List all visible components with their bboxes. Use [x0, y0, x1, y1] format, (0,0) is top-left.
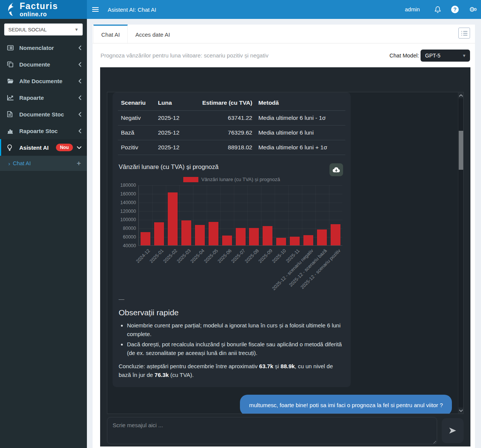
sidebar-item-nomenclator[interactable]: Nomenclator — [0, 39, 87, 56]
chart-bar — [331, 224, 340, 245]
y-axis-labels: 1800001600001400001200001000008000060000… — [119, 185, 138, 246]
chart-bar — [222, 236, 232, 245]
chart-bar — [209, 222, 218, 245]
table-cell: 2025-12 — [155, 140, 188, 155]
chart-bar — [195, 225, 205, 245]
plus-icon[interactable]: + — [77, 159, 81, 167]
chevron-left-icon — [78, 45, 82, 50]
markdown-divider: — — [119, 296, 345, 302]
table-cell: 2025-12 — [155, 126, 188, 140]
line-chart-icon — [7, 95, 15, 101]
file-icon — [7, 111, 15, 117]
chevron-left-icon — [78, 62, 82, 67]
sidebar-submenu: › Chat AI + — [0, 156, 87, 171]
send-button[interactable] — [442, 418, 464, 443]
observations-heading: Observații rapide — [119, 308, 345, 317]
user-message: multumesc, foarte bine! poti sa imi faci… — [240, 395, 452, 414]
bar-chart-icon — [7, 128, 15, 134]
chart-bar — [249, 228, 259, 245]
x-tick-label: 2024-12 — [135, 248, 151, 264]
settings-gears-icon[interactable]: ⚙⚙ — [464, 0, 481, 19]
y-tick-label: 180000 — [120, 183, 136, 188]
chart-bar — [303, 235, 313, 245]
legend-label: Vânzări lunare (cu TVA) și prognoză — [201, 177, 280, 182]
chat-panel: ScenariuLunaEstimare (cu TVA)Metodă Nega… — [100, 67, 470, 446]
table-cell: 76329.62 — [188, 126, 255, 140]
chat-model-select[interactable]: GPT-5 ▼ — [421, 50, 470, 62]
download-chart-button[interactable] — [329, 163, 343, 176]
user-menu[interactable]: admin — [396, 6, 429, 12]
lightbulb-icon — [7, 144, 15, 151]
chat-model-label: Chat Model: — [390, 53, 419, 59]
table-cell: Media ultimelor 6 luni + 1σ — [255, 140, 345, 155]
chart-bar — [290, 237, 300, 245]
chart-legend: Vânzări lunare (cu TVA) și prognoză — [118, 177, 345, 182]
sidebar-item-rapoarte[interactable]: Rapoarte — [0, 89, 87, 106]
legend-swatch — [183, 177, 198, 182]
sidebar-item-label: Documente — [19, 61, 78, 68]
chevron-down-icon: ▼ — [462, 53, 466, 58]
sidebar-item-chat-ai[interactable]: › Chat AI + — [0, 156, 87, 171]
notifications-bell-icon[interactable] — [429, 0, 446, 19]
chart-bar — [263, 226, 272, 245]
vertical-scrollbar[interactable] — [458, 92, 463, 414]
chart-bar — [276, 238, 286, 245]
chevron-down-icon: ▼ — [74, 27, 79, 32]
app-logo[interactable]: Facturis online.ro — [0, 0, 87, 19]
conversation-list-button[interactable] — [458, 28, 470, 39]
scrollbar-thumb[interactable] — [459, 131, 463, 170]
sidebar-item-alte-documente[interactable]: Alte Documente — [0, 73, 87, 89]
tab-chat-ai[interactable]: Chat AI — [93, 25, 128, 43]
conversation-title: Prognoza vânzărilor pentru luna viitoare… — [101, 52, 268, 59]
sidebar-item-label: Rapoarte — [19, 95, 78, 101]
chart-bar — [141, 232, 150, 245]
sidebar-menu: NomenclatorDocumenteAlte DocumenteRapoar… — [0, 39, 87, 156]
table-row: Pozitiv2025-1288918.02Media ultimelor 6 … — [118, 140, 345, 155]
table-cell: 63741.22 — [188, 111, 255, 126]
brand-line1: Facturis — [20, 2, 58, 11]
chevron-left-icon — [78, 112, 82, 117]
table-header: Luna — [155, 95, 188, 111]
forecast-table: ScenariuLunaEstimare (cu TVA)Metodă Nega… — [118, 95, 345, 155]
table-row: Bază2025-1276329.62Media ultimelor 6 lun… — [118, 126, 345, 140]
assistant-message: ScenariuLunaEstimare (cu TVA)Metodă Nega… — [113, 92, 351, 387]
messages-area: ScenariuLunaEstimare (cu TVA)Metodă Nega… — [107, 92, 464, 414]
chevron-left-icon — [78, 95, 82, 100]
sidebar-item-rapoarte-stoc[interactable]: Rapoarte Stoc — [0, 122, 87, 139]
sidebar-item-documente[interactable]: Documente — [0, 56, 87, 73]
sidebar-item-label: Alte Documente — [19, 78, 78, 84]
chart-bar — [236, 228, 246, 245]
table-cell: Bază — [118, 126, 155, 140]
scroll-down-arrow-icon[interactable] — [458, 408, 464, 414]
submenu-label: Chat AI — [13, 160, 77, 166]
nou-badge: Nou — [56, 144, 73, 151]
tab-acces-date-ai[interactable]: Acces date AI — [128, 25, 178, 43]
list-icon — [7, 45, 15, 51]
scroll-up-arrow-icon[interactable] — [458, 92, 464, 98]
sidebar-item-documente-stoc[interactable]: Documente Stoc — [0, 106, 87, 122]
x-axis-labels: 2024-122025-012025-022025-032025-042025-… — [138, 246, 345, 290]
message-input[interactable] — [107, 417, 437, 444]
chart-bar — [154, 222, 164, 245]
sidebar: Facturis online.ro SEDIUL SOCIAL ▼ Nomen… — [0, 0, 87, 448]
hamburger-menu-icon[interactable] — [87, 0, 104, 19]
y-tick-label: 60000 — [123, 234, 136, 240]
table-cell: 2025-12 — [155, 111, 188, 126]
chevron-down-icon — [77, 146, 82, 149]
sidebar-item-asistent-ai[interactable]: Asistent AINou — [0, 139, 87, 156]
company-selector[interactable]: SEDIUL SOCIAL ▼ — [4, 23, 83, 36]
sidebar-item-label: Asistent AI — [19, 144, 56, 151]
table-cell: Negativ — [118, 111, 155, 126]
conclusion-text: Concluzie: așteptări pentru decembrie în… — [119, 362, 345, 380]
observation-item: Noiembrie curent pare parțial; modelul a… — [127, 321, 345, 339]
table-cell: Pozitiv — [118, 140, 155, 155]
y-tick-label: 140000 — [120, 200, 136, 205]
page-title: Asistent AI: Chat AI — [108, 6, 156, 13]
chat-model-value: GPT-5 — [425, 53, 440, 59]
sidebar-item-label: Nomenclator — [19, 45, 78, 51]
observations-list: Noiembrie curent pare parțial; modelul a… — [118, 321, 345, 357]
help-icon[interactable]: ? — [446, 0, 464, 19]
chart-bar — [181, 220, 191, 245]
observation-item: Dacă dorești, pot recalcula incluzând și… — [127, 340, 345, 358]
y-tick-label: 100000 — [120, 217, 136, 222]
